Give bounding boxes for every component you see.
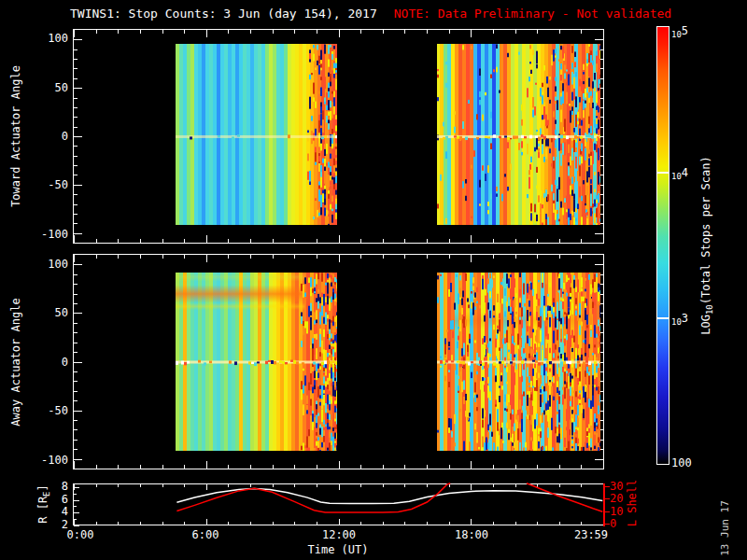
- tick: [559, 239, 560, 243]
- tick: [360, 30, 361, 34]
- tick: [595, 233, 603, 234]
- tick: [471, 235, 472, 243]
- plot-title: TWINS1: Stop Counts: 3 Jun (day 154), 20…: [70, 7, 377, 21]
- tick: [273, 30, 274, 34]
- tick: [404, 255, 405, 259]
- tick: [96, 465, 97, 469]
- time-tick-1800: 18:00: [448, 528, 495, 541]
- tick: [581, 239, 582, 243]
- tick: [605, 524, 610, 525]
- tick: [449, 239, 450, 243]
- tick: [74, 362, 82, 363]
- tick: [74, 323, 78, 324]
- heatmap-away-block1: [176, 273, 337, 451]
- tick: [339, 255, 340, 262]
- lshell-tick-10: 10: [610, 505, 632, 518]
- tick: [74, 371, 78, 372]
- tick: [74, 156, 78, 157]
- tick: [581, 30, 582, 34]
- tick: [595, 39, 603, 40]
- tick: [74, 294, 78, 295]
- tick: [74, 274, 78, 275]
- tick: [449, 465, 450, 469]
- tick: [250, 239, 251, 243]
- r-tick-4: 4: [49, 505, 68, 518]
- tick: [140, 239, 141, 243]
- tick: [96, 30, 97, 34]
- tick: [74, 343, 78, 343]
- tick: [537, 30, 538, 34]
- tick: [74, 391, 78, 392]
- time-tick-0600: 6:00: [182, 528, 229, 541]
- colorbar-tick-1e3: [657, 317, 669, 319]
- tick: [360, 465, 361, 469]
- tick: [493, 239, 494, 243]
- toward-tick-m50: -50: [40, 178, 68, 191]
- time-axis-label: Time (UT): [291, 543, 385, 556]
- tick: [559, 30, 560, 34]
- tick: [294, 239, 295, 243]
- tick: [273, 239, 274, 243]
- away-tick-m50: -50: [40, 404, 68, 417]
- lshell-tick-30: 30: [610, 480, 632, 493]
- tick: [605, 498, 610, 499]
- tick: [162, 239, 163, 243]
- tick: [74, 78, 78, 79]
- tick: [317, 255, 317, 259]
- tick: [74, 461, 75, 469]
- lshell-curve-seg2: [527, 483, 602, 511]
- tick: [339, 235, 340, 243]
- tick: [250, 465, 251, 469]
- tick: [162, 30, 163, 34]
- tick: [515, 465, 516, 469]
- tick: [317, 30, 317, 34]
- tick: [96, 255, 97, 259]
- tick: [493, 30, 494, 34]
- heatmap-away-block2: [437, 273, 600, 451]
- toward-tick-50: 50: [40, 81, 68, 94]
- tick: [559, 255, 560, 259]
- tick: [228, 255, 229, 259]
- tick: [74, 68, 78, 69]
- tick: [404, 30, 405, 34]
- tick: [184, 255, 185, 259]
- colorbar-label: LOG10(Total Stops per Scan): [699, 129, 712, 362]
- tick: [294, 30, 295, 34]
- tick: [360, 239, 361, 243]
- tick: [537, 465, 538, 469]
- tick: [383, 465, 384, 469]
- tick: [294, 465, 295, 469]
- tick: [228, 239, 229, 243]
- tick: [184, 30, 185, 34]
- tick: [383, 30, 384, 34]
- tick: [74, 204, 78, 205]
- tick: [74, 411, 82, 412]
- colorbar-tick-label-1e3: 103: [671, 312, 688, 327]
- tick: [74, 98, 78, 99]
- away-tick-50: 50: [40, 306, 68, 319]
- tick: [74, 88, 82, 89]
- tick: [595, 459, 603, 460]
- tick: [74, 449, 78, 450]
- tick: [162, 465, 163, 469]
- toward-tick-0: 0: [40, 130, 68, 143]
- tick: [250, 30, 251, 34]
- tick: [184, 465, 185, 469]
- tick: [339, 30, 340, 37]
- tick: [74, 400, 78, 401]
- tick: [595, 264, 603, 265]
- lshell-curve-seg1: [176, 483, 450, 512]
- tick: [74, 440, 78, 441]
- tick: [74, 332, 78, 333]
- tick: [273, 255, 274, 259]
- tick: [74, 313, 82, 314]
- tick: [515, 255, 516, 259]
- tick: [74, 381, 78, 382]
- tick: [74, 165, 78, 166]
- preliminary-note: NOTE: Data Preliminary - Not validated: [394, 7, 671, 21]
- colorbar-tick-label-1e5: 105: [671, 24, 688, 39]
- tick: [471, 255, 472, 262]
- tick: [427, 255, 428, 259]
- tick: [404, 465, 405, 469]
- tick: [74, 223, 78, 224]
